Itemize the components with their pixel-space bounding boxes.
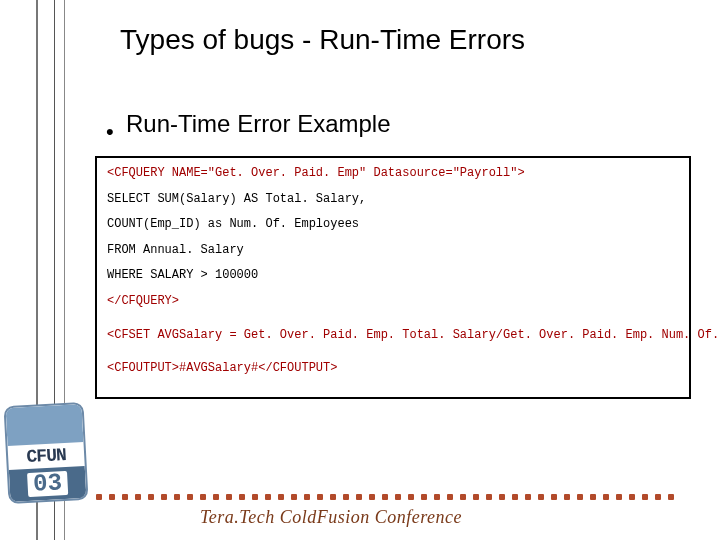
slide: Types of bugs - Run-Time Errors • Run-Ti… [0, 0, 720, 540]
dot-icon [421, 494, 427, 500]
dot-icon [447, 494, 453, 500]
dot-icon [369, 494, 375, 500]
dot-icon [668, 494, 674, 500]
dot-icon [564, 494, 570, 500]
dot-icon [187, 494, 193, 500]
dot-icon [265, 494, 271, 500]
dot-icon [551, 494, 557, 500]
dot-icon [148, 494, 154, 500]
code-line: <CFQUERY NAME="Get. Over. Paid. Emp" Dat… [107, 166, 679, 182]
dot-icon [174, 494, 180, 500]
dot-icon [356, 494, 362, 500]
dot-icon [226, 494, 232, 500]
dot-icon [460, 494, 466, 500]
dot-icon [642, 494, 648, 500]
dot-icon [512, 494, 518, 500]
code-example-box: <CFQUERY NAME="Get. Over. Paid. Emp" Dat… [95, 156, 691, 399]
dot-icon [473, 494, 479, 500]
dot-icon [278, 494, 284, 500]
dot-icon [382, 494, 388, 500]
dot-icon [213, 494, 219, 500]
dot-icon [330, 494, 336, 500]
logo-top-band [6, 404, 84, 446]
dot-icon [603, 494, 609, 500]
dot-icon [96, 494, 102, 500]
dot-icon [304, 494, 310, 500]
code-line: COUNT(Emp_ID) as Num. Of. Employees [107, 217, 679, 233]
code-line: WHERE SALARY > 100000 [107, 268, 679, 284]
dot-icon [343, 494, 349, 500]
bullet-dot: • [106, 119, 114, 145]
dot-icon [629, 494, 635, 500]
logo-card: CFUN 03 [3, 402, 88, 504]
dot-icon [291, 494, 297, 500]
footer-conference-name: Tera.Tech ColdFusion Conference [200, 507, 462, 528]
dot-icon [200, 494, 206, 500]
dot-icon [109, 494, 115, 500]
dot-icon [434, 494, 440, 500]
dot-icon [252, 494, 258, 500]
dot-icon [616, 494, 622, 500]
dot-icon [122, 494, 128, 500]
dot-icon [135, 494, 141, 500]
footer-dotted-rule [96, 492, 706, 502]
logo-bottom-band: 03 [9, 466, 87, 502]
dot-icon [525, 494, 531, 500]
code-line: FROM Annual. Salary [107, 243, 679, 259]
dot-icon [408, 494, 414, 500]
slide-subtitle: Run-Time Error Example [126, 110, 391, 138]
dot-icon [486, 494, 492, 500]
dot-icon [161, 494, 167, 500]
code-line: </CFQUERY> [107, 294, 679, 310]
dot-icon [239, 494, 245, 500]
dot-icon [317, 494, 323, 500]
dot-icon [577, 494, 583, 500]
dot-icon [538, 494, 544, 500]
conference-logo: CFUN 03 [0, 396, 96, 520]
slide-title: Types of bugs - Run-Time Errors [120, 24, 525, 56]
code-line: <CFSET AVGSalary = Get. Over. Paid. Emp.… [107, 328, 679, 344]
dot-icon [395, 494, 401, 500]
code-line: <CFOUTPUT>#AVGSalary#</CFOUTPUT> [107, 361, 679, 377]
dot-icon [499, 494, 505, 500]
code-line: SELECT SUM(Salary) AS Total. Salary, [107, 192, 679, 208]
logo-year: 03 [27, 471, 69, 497]
dot-icon [590, 494, 596, 500]
dot-icon [655, 494, 661, 500]
